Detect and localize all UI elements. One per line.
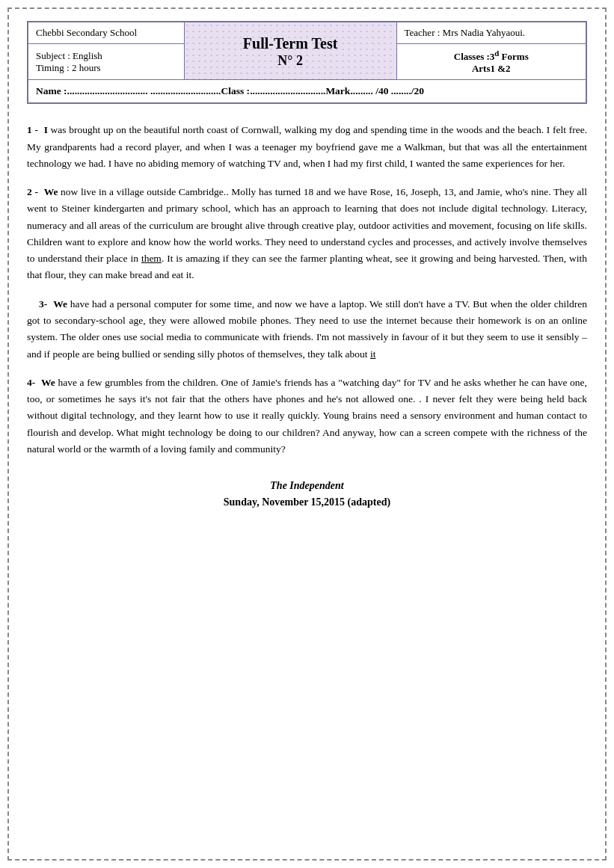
para-num-1: 1 - <box>27 124 38 135</box>
test-title: Full-Term Test <box>192 34 389 53</box>
paragraph-1: 1 - I was brought up on the beautiful no… <box>27 122 587 172</box>
para-num-2: 2 - <box>27 186 38 197</box>
para-text-3: have had a personal computer for some ti… <box>27 298 587 360</box>
timing-text: Timing : 2 hours <box>36 62 101 73</box>
subject-cell: Subject : English Timing : 2 hours <box>28 44 184 80</box>
para-first-word-3: We <box>53 298 67 310</box>
mark-label: Mark <box>325 85 350 96</box>
paragraph-4: 4- We have a few grumbles from the child… <box>27 375 587 458</box>
para-first-word-4: We <box>41 377 55 388</box>
subject-text: Subject : English <box>36 50 102 61</box>
paragraph-3: 3- We have had a personal computer for s… <box>27 296 587 363</box>
para-first-word-2: We <box>44 186 58 197</box>
name-label: Name : <box>36 85 67 96</box>
class-label: Class : <box>221 85 250 96</box>
para-num-3: 3- <box>39 298 47 310</box>
teacher-name: Teacher : Mrs Nadia Yahyaoui. <box>405 27 526 38</box>
para-num-4: 4- <box>27 377 35 388</box>
school-cell: Chebbi Secondary School <box>28 22 184 44</box>
test-number: N° 2 <box>192 53 389 69</box>
paragraph-2: 2 - We now live in a village outside Cam… <box>27 184 587 284</box>
teacher-cell: Teacher : Mrs Nadia Yahyaoui. <box>396 22 586 44</box>
title-cell: Full-Term Test N° 2 <box>184 22 396 80</box>
header-table: Chebbi Secondary School Full-Term Test N… <box>27 21 587 104</box>
footer-section: The Independent Sunday, November 15,2015… <box>27 480 587 508</box>
classes-cell: Classes :3d FormsArts1 &2 <box>396 44 586 80</box>
footer-date: Sunday, November 15,2015 (adapted) <box>27 496 587 508</box>
underlined-it: it <box>370 348 376 360</box>
body-section: 1 - I was brought up on the beautiful no… <box>27 122 587 458</box>
underlined-word: them <box>141 253 162 264</box>
para-text-1: was brought up on the beautiful north co… <box>27 124 587 169</box>
school-name: Chebbi Secondary School <box>36 27 137 38</box>
mark-dots: ......... /40 ......../20 <box>350 85 424 96</box>
para-text-2: now live in a village outside Cambridge.… <box>27 186 587 280</box>
classes-text: Classes :3d FormsArts1 &2 <box>454 51 529 74</box>
name-row-cell: Name :................................ .… <box>28 80 586 104</box>
footer-source: The Independent <box>27 480 587 492</box>
para-text-4: have a few grumbles from the children. O… <box>27 377 587 455</box>
name-dots: ................................ .......… <box>67 85 221 96</box>
class-dots: .............................. <box>250 85 325 96</box>
